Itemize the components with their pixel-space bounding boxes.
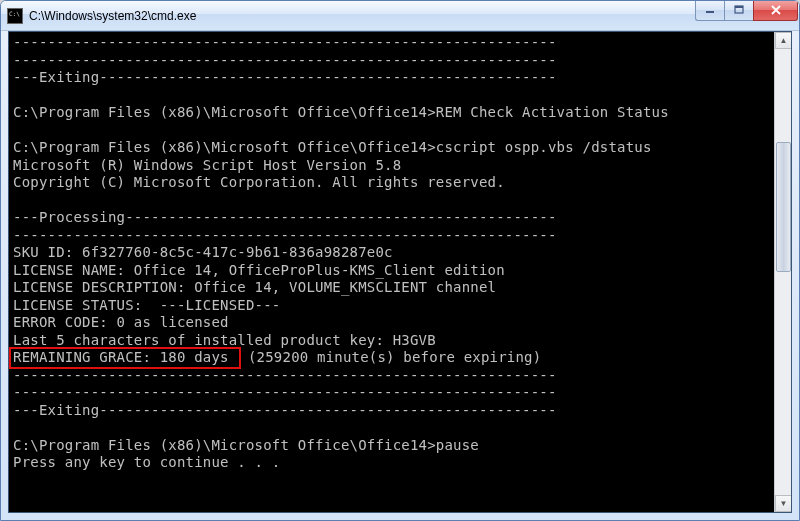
output-line: (259200 minute(s) before expiring) (239, 349, 541, 365)
output-line: Microsoft (R) Windows Script Host Versio… (13, 157, 401, 173)
cmd-icon (7, 8, 23, 24)
output-line: ----------------------------------------… (13, 52, 557, 68)
vertical-scrollbar[interactable]: ▲ ▼ (774, 32, 791, 512)
output-line: Last 5 characters of installed product k… (13, 332, 436, 348)
svg-rect-2 (735, 6, 743, 8)
output-line: Press any key to continue . . . (13, 454, 281, 470)
maximize-button[interactable] (724, 1, 753, 21)
output-line: ERROR CODE: 0 as licensed (13, 314, 229, 330)
output-line: ----------------------------------------… (13, 384, 557, 400)
grace-highlight: REMAINING GRACE: 180 days (11, 349, 239, 367)
console-output[interactable]: ----------------------------------------… (9, 32, 774, 512)
output-line: ---Processing---------------------------… (13, 209, 557, 225)
window-buttons (695, 1, 798, 21)
output-line: ----------------------------------------… (13, 34, 557, 50)
window-title: C:\Windows\system32\cmd.exe (29, 9, 695, 23)
output-line: LICENSE STATUS: ---LICENSED--- (13, 297, 281, 313)
output-line: SKU ID: 6f327760-8c5c-417c-9b61-836a9828… (13, 244, 393, 260)
output-cmd: REM Check Activation Status (436, 104, 669, 120)
output-cmd: pause (436, 437, 479, 453)
output-line: ---Exiting------------------------------… (13, 402, 557, 418)
output-prompt: C:\Program Files (x86)\Microsoft Office\… (13, 104, 436, 120)
svg-rect-0 (706, 11, 714, 13)
close-button[interactable] (753, 1, 798, 21)
output-prompt: C:\Program Files (x86)\Microsoft Office\… (13, 139, 436, 155)
output-prompt: C:\Program Files (x86)\Microsoft Office\… (13, 437, 436, 453)
minimize-button[interactable] (695, 1, 724, 21)
console-area: ----------------------------------------… (8, 31, 792, 513)
cmd-window: C:\Windows\system32\cmd.exe ------------… (0, 0, 800, 521)
output-line: ----------------------------------------… (13, 367, 557, 383)
scroll-thumb[interactable] (776, 142, 791, 272)
minimize-icon (705, 5, 715, 15)
output-line: LICENSE NAME: Office 14, OfficeProPlus-K… (13, 262, 505, 278)
close-icon (770, 5, 782, 15)
maximize-icon (734, 5, 744, 15)
output-line: LICENSE DESCRIPTION: Office 14, VOLUME_K… (13, 279, 496, 295)
output-cmd: cscript ospp.vbs /dstatus (436, 139, 652, 155)
output-line: Copyright (C) Microsoft Corporation. All… (13, 174, 505, 190)
titlebar[interactable]: C:\Windows\system32\cmd.exe (1, 1, 799, 31)
scroll-up-button[interactable]: ▲ (775, 32, 792, 49)
scroll-down-button[interactable]: ▼ (775, 495, 792, 512)
output-line: ---Exiting------------------------------… (13, 69, 557, 85)
output-line: ----------------------------------------… (13, 227, 557, 243)
